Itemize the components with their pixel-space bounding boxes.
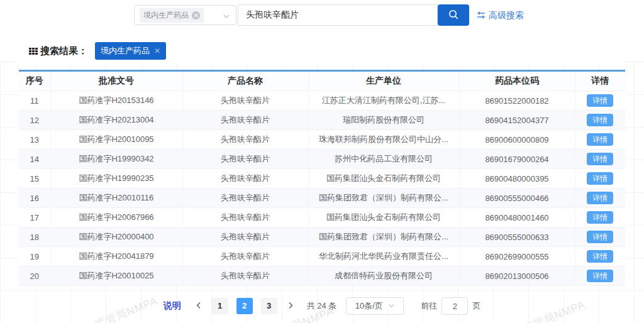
table-header-row: 序号 批准文号 产品名称 生产单位 药品本位码 详情: [19, 71, 625, 91]
cell-product: 头孢呋辛酯片: [182, 150, 308, 169]
cell-detail: 详情: [575, 247, 625, 266]
filter-tag-close-icon[interactable]: ✕: [154, 47, 160, 55]
cell-product: 头孢呋辛酯片: [182, 227, 308, 247]
detail-button[interactable]: 详情: [587, 114, 613, 126]
cell-product: 头孢呋辛酯片: [182, 247, 308, 266]
detail-button[interactable]: 详情: [587, 153, 613, 165]
detail-button[interactable]: 详情: [587, 94, 613, 107]
cell-approval: 国药准字H20067966: [50, 208, 182, 227]
chevron-left-icon: [196, 302, 202, 311]
detail-button[interactable]: 详情: [587, 211, 613, 224]
page-button-2-active[interactable]: 2: [236, 298, 253, 314]
results-table: 序号 批准文号 产品名称 生产单位 药品本位码 详情 11 国药准字H20153…: [19, 70, 625, 286]
cell-detail: 详情: [575, 169, 625, 189]
results-label: 搜索结果：: [29, 45, 87, 57]
cell-product: 头孢呋辛酯片: [182, 111, 308, 130]
detail-button[interactable]: 详情: [587, 231, 613, 243]
table-row: 12 国药准字H20213004 头孢呋辛酯片 瑞阳制药股份有限公司 86904…: [19, 111, 625, 130]
page-size-select[interactable]: 10条/页: [346, 297, 404, 315]
cell-no: 14: [19, 150, 50, 169]
cell-manufacturer: 国药集团汕头金石制药有限公司: [308, 169, 459, 189]
total-count: 共 24 条: [307, 300, 337, 312]
cell-no: 11: [19, 91, 50, 111]
cell-detail: 详情: [575, 266, 625, 286]
cell-detail: 详情: [575, 130, 625, 150]
table-row: 13 国药准字H20010095 头孢呋辛酯片 珠海联邦制药股份有限公司中山分.…: [19, 130, 625, 150]
search-input[interactable]: [238, 4, 438, 26]
next-page-button[interactable]: [284, 298, 297, 314]
cell-approval: 国药准字H20010025: [50, 266, 182, 286]
detail-button[interactable]: 详情: [587, 172, 613, 185]
cell-no: 13: [19, 130, 50, 150]
col-header-code: 药品本位码: [459, 71, 575, 91]
table-row: 15 国药准字H19990235 头孢呋辛酯片 国药集团汕头金石制药有限公司 8…: [19, 169, 625, 189]
results-bar: 搜索结果： 境内生产药品 ✕: [19, 39, 625, 63]
table-row: 17 国药准字H20067966 头孢呋辛酯片 国药集团汕头金石制药有限公司 8…: [19, 208, 625, 227]
cell-manufacturer: 华北制药河北华民药业有限责任公...: [308, 247, 459, 266]
cell-approval: 国药准字H20010116: [50, 189, 182, 208]
page-button-3[interactable]: 3: [261, 298, 277, 314]
category-tag-label: 境内生产药品: [143, 10, 189, 21]
grid-icon: [29, 48, 38, 55]
cell-manufacturer: 江苏正大清江制药有限公司,江苏...: [308, 91, 459, 111]
cell-code: 86900555000633: [459, 227, 575, 247]
cell-code: 86900555000466: [459, 189, 575, 208]
cell-product: 头孢呋辛酯片: [182, 130, 308, 150]
cell-approval: 国药准字H19990235: [50, 169, 182, 189]
cell-no: 19: [19, 247, 50, 266]
cell-product: 头孢呋辛酯片: [182, 169, 308, 189]
col-header-no: 序号: [19, 71, 50, 91]
cell-detail: 详情: [575, 227, 625, 247]
goto-page-input[interactable]: [441, 297, 468, 315]
filter-tag-label: 境内生产药品: [101, 45, 150, 57]
cell-code: 86900600000809: [459, 130, 575, 150]
category-tag: 境内生产药品 ✕: [140, 8, 204, 23]
cell-detail: 详情: [575, 111, 625, 130]
col-header-manufacturer: 生产单位: [308, 71, 459, 91]
cell-code: 86900480000395: [459, 169, 575, 189]
cell-product: 头孢呋辛酯片: [182, 208, 308, 227]
cell-manufacturer: 苏州中化药品工业有限公司: [308, 150, 459, 169]
cell-manufacturer: 国药集团汕头金石制药有限公司: [308, 208, 459, 227]
col-header-detail: 详情: [575, 71, 625, 91]
detail-button[interactable]: 详情: [587, 133, 613, 146]
table-row: 14 国药准字H19990342 头孢呋辛酯片 苏州中化药品工业有限公司 869…: [19, 150, 625, 169]
col-header-product: 产品名称: [182, 71, 308, 91]
cell-manufacturer: 国药集团致君（深圳）制药有限公...: [308, 227, 459, 247]
cell-code: 86902699000555: [459, 247, 575, 266]
cell-approval: 国药准字H20213004: [50, 111, 182, 130]
detail-button[interactable]: 详情: [587, 250, 613, 263]
page-button-1[interactable]: 1: [212, 298, 228, 314]
cell-no: 15: [19, 169, 50, 189]
detail-button[interactable]: 详情: [587, 270, 613, 282]
cell-manufacturer: 珠海联邦制药股份有限公司中山分...: [308, 130, 459, 150]
cell-code: 86900480001460: [459, 208, 575, 227]
cell-detail: 详情: [575, 208, 625, 227]
chevron-right-icon: [287, 302, 294, 311]
table-row: 16 国药准字H20010116 头孢呋辛酯片 国药集团致君（深圳）制药有限公.…: [19, 189, 625, 208]
cell-product: 头孢呋辛酯片: [182, 189, 308, 208]
table-row: 11 国药准字H20153146 头孢呋辛酯片 江苏正大清江制药有限公司,江苏.…: [19, 91, 625, 111]
cell-code: 86901679000264: [459, 150, 575, 169]
cell-no: 20: [19, 266, 50, 286]
filter-tag[interactable]: 境内生产药品 ✕: [95, 42, 166, 60]
note-link[interactable]: 说明: [164, 300, 181, 312]
goto-suffix: 页: [472, 300, 480, 312]
chevron-down-icon: [388, 302, 395, 311]
search-icon: [448, 9, 459, 22]
search-button[interactable]: [438, 4, 469, 26]
prev-page-button[interactable]: [192, 298, 206, 314]
cell-no: 18: [19, 227, 50, 247]
table-row: 20 国药准字H20010025 头孢呋辛酯片 成都倍特药业股份有限公司 869…: [19, 266, 625, 286]
category-select[interactable]: 境内生产药品 ✕: [134, 5, 236, 25]
page-size-value: 10条/页: [355, 300, 383, 312]
table-row: 19 国药准字H20041879 头孢呋辛酯片 华北制药河北华民药业有限责任公.…: [19, 247, 625, 266]
chevron-down-icon: [223, 13, 230, 20]
sliders-icon: [477, 11, 486, 21]
advanced-search-link[interactable]: 高级搜索: [477, 10, 524, 21]
detail-button[interactable]: 详情: [587, 192, 613, 204]
results-label-text: 搜索结果：: [40, 45, 87, 57]
cell-code: 86902013000506: [459, 266, 575, 286]
col-header-approval: 批准文号: [50, 71, 182, 91]
category-tag-close-icon[interactable]: ✕: [192, 11, 200, 19]
